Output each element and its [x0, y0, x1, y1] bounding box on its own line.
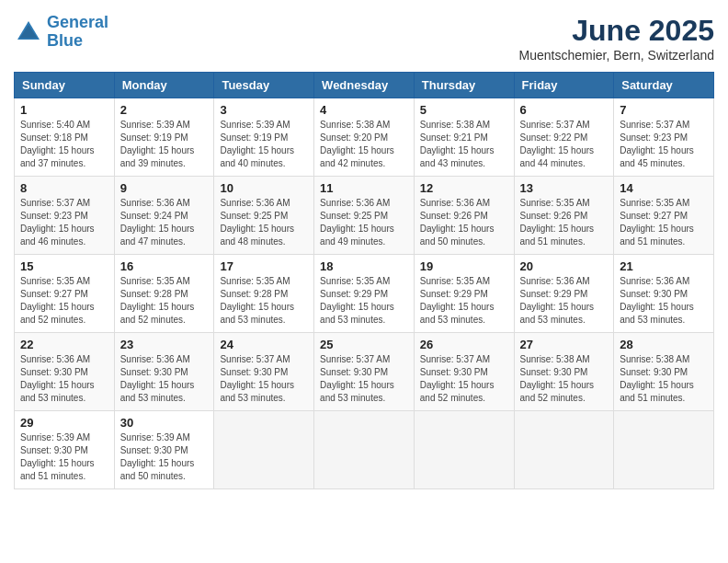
calendar-cell: 12Sunrise: 5:36 AM Sunset: 9:26 PM Dayli… — [414, 177, 514, 255]
calendar-cell: 18Sunrise: 5:35 AM Sunset: 9:29 PM Dayli… — [314, 255, 415, 333]
day-number: 6 — [520, 103, 609, 117]
weekday-header-row: SundayMondayTuesdayWednesdayThursdayFrid… — [15, 73, 714, 98]
logo-line2: Blue — [47, 31, 83, 50]
weekday-header-thursday: Thursday — [414, 73, 514, 98]
day-info: Sunrise: 5:38 AM Sunset: 9:30 PM Dayligh… — [620, 353, 708, 405]
day-number: 22 — [20, 338, 108, 351]
calendar-cell: 29Sunrise: 5:39 AM Sunset: 9:30 PM Dayli… — [15, 411, 115, 489]
day-info: Sunrise: 5:36 AM Sunset: 9:25 PM Dayligh… — [320, 197, 408, 248]
day-info: Sunrise: 5:39 AM Sunset: 9:19 PM Dayligh… — [120, 119, 209, 170]
day-info: Sunrise: 5:36 AM Sunset: 9:30 PM Dayligh… — [20, 353, 108, 405]
day-number: 20 — [520, 259, 609, 273]
day-info: Sunrise: 5:37 AM Sunset: 9:23 PM Dayligh… — [20, 197, 108, 248]
calendar-cell: 16Sunrise: 5:35 AM Sunset: 9:28 PM Dayli… — [114, 255, 214, 333]
day-number: 25 — [320, 338, 408, 351]
weekday-header-friday: Friday — [514, 73, 614, 98]
header: General Blue June 2025 Muentschemier, Be… — [14, 14, 714, 63]
day-info: Sunrise: 5:38 AM Sunset: 9:21 PM Dayligh… — [420, 119, 508, 170]
logo-icon — [14, 17, 43, 47]
calendar-cell: 3Sunrise: 5:39 AM Sunset: 9:19 PM Daylig… — [214, 98, 314, 177]
calendar-cell: 25Sunrise: 5:37 AM Sunset: 9:30 PM Dayli… — [314, 333, 415, 411]
day-number: 16 — [120, 259, 209, 273]
day-info: Sunrise: 5:39 AM Sunset: 9:30 PM Dayligh… — [120, 431, 209, 483]
calendar-cell: 24Sunrise: 5:37 AM Sunset: 9:30 PM Dayli… — [214, 333, 314, 411]
week-row-1: 1Sunrise: 5:40 AM Sunset: 9:18 PM Daylig… — [15, 98, 714, 177]
calendar: SundayMondayTuesdayWednesdayThursdayFrid… — [14, 72, 714, 489]
day-info: Sunrise: 5:38 AM Sunset: 9:30 PM Dayligh… — [520, 353, 609, 405]
weekday-header-wednesday: Wednesday — [314, 73, 415, 98]
calendar-cell — [514, 411, 614, 489]
day-info: Sunrise: 5:39 AM Sunset: 9:19 PM Dayligh… — [220, 119, 308, 170]
calendar-cell: 8Sunrise: 5:37 AM Sunset: 9:23 PM Daylig… — [15, 177, 115, 255]
day-number: 27 — [520, 338, 609, 351]
calendar-cell: 20Sunrise: 5:36 AM Sunset: 9:29 PM Dayli… — [514, 255, 614, 333]
day-number: 9 — [120, 181, 209, 195]
day-info: Sunrise: 5:35 AM Sunset: 9:29 PM Dayligh… — [420, 275, 508, 327]
day-info: Sunrise: 5:37 AM Sunset: 9:30 PM Dayligh… — [420, 353, 508, 405]
day-info: Sunrise: 5:36 AM Sunset: 9:25 PM Dayligh… — [220, 197, 308, 248]
logo: General Blue — [14, 14, 108, 51]
calendar-cell: 2Sunrise: 5:39 AM Sunset: 9:19 PM Daylig… — [114, 98, 214, 177]
calendar-cell — [314, 411, 415, 489]
week-row-5: 29Sunrise: 5:39 AM Sunset: 9:30 PM Dayli… — [15, 411, 714, 489]
day-number: 1 — [20, 103, 108, 117]
day-number: 30 — [120, 416, 209, 430]
calendar-cell: 27Sunrise: 5:38 AM Sunset: 9:30 PM Dayli… — [514, 333, 614, 411]
day-info: Sunrise: 5:36 AM Sunset: 9:24 PM Dayligh… — [120, 197, 209, 248]
day-number: 23 — [120, 338, 209, 351]
day-number: 24 — [220, 338, 308, 351]
title-area: June 2025 Muentschemier, Bern, Switzerla… — [519, 14, 714, 63]
day-info: Sunrise: 5:37 AM Sunset: 9:23 PM Dayligh… — [620, 119, 708, 170]
calendar-cell: 11Sunrise: 5:36 AM Sunset: 9:25 PM Dayli… — [314, 177, 415, 255]
weekday-header-saturday: Saturday — [614, 73, 714, 98]
day-info: Sunrise: 5:40 AM Sunset: 9:18 PM Dayligh… — [20, 119, 108, 170]
day-number: 17 — [220, 259, 308, 273]
month-title: June 2025 — [519, 14, 714, 48]
logo-text: General Blue — [47, 14, 108, 51]
day-number: 7 — [620, 103, 708, 117]
day-number: 12 — [420, 181, 508, 195]
calendar-cell: 6Sunrise: 5:37 AM Sunset: 9:22 PM Daylig… — [514, 98, 614, 177]
day-number: 5 — [420, 103, 508, 117]
calendar-cell: 9Sunrise: 5:36 AM Sunset: 9:24 PM Daylig… — [114, 177, 214, 255]
day-number: 8 — [20, 181, 108, 195]
calendar-cell: 26Sunrise: 5:37 AM Sunset: 9:30 PM Dayli… — [414, 333, 514, 411]
logo-line1: General — [47, 13, 108, 31]
calendar-cell — [214, 411, 314, 489]
calendar-cell: 23Sunrise: 5:36 AM Sunset: 9:30 PM Dayli… — [114, 333, 214, 411]
day-number: 11 — [320, 181, 408, 195]
week-row-2: 8Sunrise: 5:37 AM Sunset: 9:23 PM Daylig… — [15, 177, 714, 255]
calendar-cell: 28Sunrise: 5:38 AM Sunset: 9:30 PM Dayli… — [614, 333, 714, 411]
day-info: Sunrise: 5:36 AM Sunset: 9:26 PM Dayligh… — [420, 197, 508, 248]
calendar-cell: 14Sunrise: 5:35 AM Sunset: 9:27 PM Dayli… — [614, 177, 714, 255]
calendar-cell: 21Sunrise: 5:36 AM Sunset: 9:30 PM Dayli… — [614, 255, 714, 333]
day-info: Sunrise: 5:35 AM Sunset: 9:26 PM Dayligh… — [520, 197, 609, 248]
day-number: 13 — [520, 181, 609, 195]
day-info: Sunrise: 5:35 AM Sunset: 9:28 PM Dayligh… — [220, 275, 308, 327]
day-number: 21 — [620, 259, 708, 273]
day-info: Sunrise: 5:37 AM Sunset: 9:30 PM Dayligh… — [220, 353, 308, 405]
week-row-3: 15Sunrise: 5:35 AM Sunset: 9:27 PM Dayli… — [15, 255, 714, 333]
weekday-header-sunday: Sunday — [15, 73, 115, 98]
day-number: 2 — [120, 103, 209, 117]
calendar-cell: 19Sunrise: 5:35 AM Sunset: 9:29 PM Dayli… — [414, 255, 514, 333]
calendar-cell: 15Sunrise: 5:35 AM Sunset: 9:27 PM Dayli… — [15, 255, 115, 333]
day-info: Sunrise: 5:39 AM Sunset: 9:30 PM Dayligh… — [20, 431, 108, 483]
location-title: Muentschemier, Bern, Switzerland — [519, 48, 714, 63]
weekday-header-tuesday: Tuesday — [214, 73, 314, 98]
calendar-cell: 17Sunrise: 5:35 AM Sunset: 9:28 PM Dayli… — [214, 255, 314, 333]
calendar-cell: 22Sunrise: 5:36 AM Sunset: 9:30 PM Dayli… — [15, 333, 115, 411]
calendar-cell: 30Sunrise: 5:39 AM Sunset: 9:30 PM Dayli… — [114, 411, 214, 489]
calendar-cell: 4Sunrise: 5:38 AM Sunset: 9:20 PM Daylig… — [314, 98, 415, 177]
day-number: 26 — [420, 338, 508, 351]
day-number: 3 — [220, 103, 308, 117]
calendar-cell: 1Sunrise: 5:40 AM Sunset: 9:18 PM Daylig… — [15, 98, 115, 177]
day-number: 4 — [320, 103, 408, 117]
day-info: Sunrise: 5:36 AM Sunset: 9:30 PM Dayligh… — [120, 353, 209, 405]
calendar-cell: 5Sunrise: 5:38 AM Sunset: 9:21 PM Daylig… — [414, 98, 514, 177]
week-row-4: 22Sunrise: 5:36 AM Sunset: 9:30 PM Dayli… — [15, 333, 714, 411]
day-number: 14 — [620, 181, 708, 195]
day-info: Sunrise: 5:38 AM Sunset: 9:20 PM Dayligh… — [320, 119, 408, 170]
day-info: Sunrise: 5:35 AM Sunset: 9:29 PM Dayligh… — [320, 275, 408, 327]
day-number: 19 — [420, 259, 508, 273]
